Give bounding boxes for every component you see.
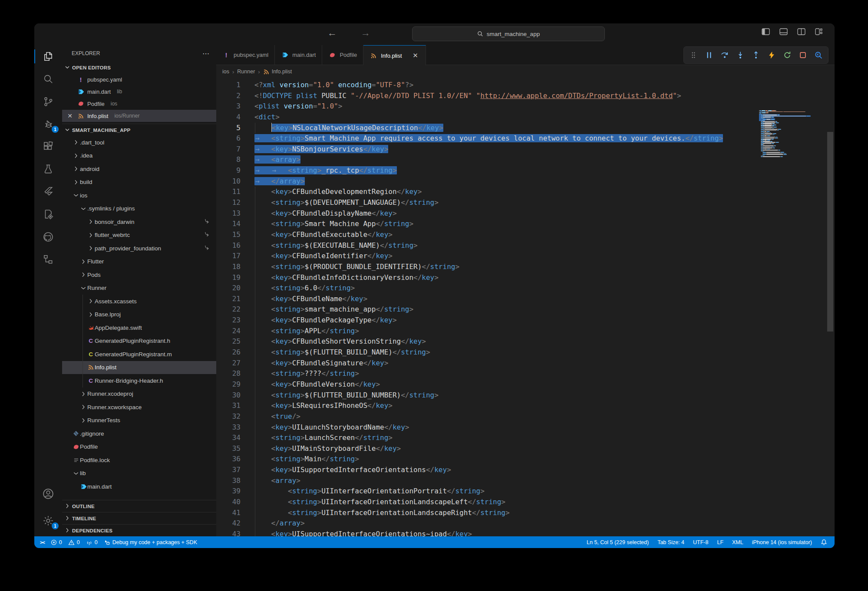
debug-inspect-widget-icon[interactable] bbox=[812, 49, 825, 62]
status-iphone[interactable]: iPhone 14 (ios simulator) bbox=[749, 539, 815, 545]
breadcrumb-item-Info.plist[interactable]: Info.plist bbox=[263, 69, 292, 75]
tree-item-Podfile[interactable]: Podfile bbox=[62, 440, 216, 454]
tree-item-.symlinksplugins[interactable]: .symlinks / plugins bbox=[62, 202, 216, 216]
toggle-panel-icon[interactable] bbox=[779, 28, 788, 35]
more-actions-icon[interactable]: ⋯ bbox=[202, 49, 209, 58]
command-center-search[interactable]: smart_machine_app bbox=[412, 26, 605, 41]
open-editor-pubspec.yaml[interactable]: !pubspec.yaml bbox=[62, 73, 216, 85]
activity-item-settings[interactable]: 1 bbox=[34, 509, 62, 532]
tab-Info.plist[interactable]: Info.plist✕ bbox=[363, 45, 426, 66]
tree-item-Flutter[interactable]: Flutter bbox=[62, 255, 216, 269]
chevron-right-icon bbox=[79, 258, 87, 266]
tree-item-AppDelegate.swift[interactable]: AppDelegate.swift bbox=[62, 321, 216, 335]
debug-stop-icon[interactable] bbox=[796, 49, 810, 62]
status-debug-status[interactable]: Debug my code + packages + SDK bbox=[101, 539, 200, 545]
chevron-right-icon bbox=[64, 502, 71, 510]
activity-item-references[interactable] bbox=[34, 248, 62, 271]
customize-layout-icon[interactable] bbox=[815, 28, 822, 35]
tab-Podfile[interactable]: Podfile bbox=[322, 45, 363, 65]
close-icon[interactable]: ✕ bbox=[412, 52, 419, 59]
tree-item-Pods[interactable]: Pods bbox=[62, 268, 216, 282]
tree-item-ios[interactable]: ios bbox=[62, 189, 216, 202]
activity-item-search[interactable] bbox=[34, 68, 62, 90]
chevron-right-icon bbox=[72, 138, 80, 146]
tree-item-Podfile.lock[interactable]: Podfile.lock bbox=[62, 453, 216, 467]
open-editor-Info.plist[interactable]: ✕Info.plistios/Runner bbox=[62, 110, 216, 122]
code-editor[interactable]: 1234567891011121314151617181920212223242… bbox=[216, 78, 835, 536]
tree-item-Runner.xcodeproj[interactable]: Runner.xcodeproj bbox=[62, 387, 216, 401]
minimap-line bbox=[759, 155, 824, 156]
tree-item-RunnerTests[interactable]: RunnerTests bbox=[62, 414, 216, 427]
activity-item-flutter[interactable] bbox=[34, 181, 62, 203]
debug-gripper-icon[interactable] bbox=[686, 49, 700, 62]
tree-item-Runner.xcworkspace[interactable]: Runner.xcworkspace bbox=[62, 401, 216, 414]
activity-item-accounts[interactable] bbox=[34, 483, 62, 505]
open-editor-main.dart[interactable]: main.dartlib bbox=[62, 85, 216, 98]
status-remote[interactable]: >< bbox=[37, 540, 48, 545]
status-tab[interactable]: Tab Size: 4 bbox=[654, 539, 687, 545]
activity-item-explorer[interactable] bbox=[34, 45, 62, 68]
back-arrow-icon[interactable]: ← bbox=[327, 27, 337, 39]
status-ln[interactable]: Ln 5, Col 5 (229 selected) bbox=[584, 539, 652, 545]
minimap[interactable] bbox=[759, 110, 824, 536]
activity-item-testing[interactable] bbox=[34, 158, 62, 181]
tree-item-lib[interactable]: lib bbox=[62, 467, 216, 480]
badge: 1 bbox=[52, 126, 59, 133]
scrollbar-slider[interactable] bbox=[827, 132, 833, 332]
debug-step-out-icon[interactable] bbox=[749, 49, 763, 62]
debug-step-over-icon[interactable] bbox=[718, 49, 732, 62]
tree-item-GeneratedPluginRegistrant.m[interactable]: CGeneratedPluginRegistrant.m bbox=[62, 348, 216, 361]
tree-item-bonsoir_darwin[interactable]: bonsoir_darwin bbox=[62, 215, 216, 229]
tree-item-Runner-Bridging-Header.h[interactable]: CRunner-Bridging-Header.h bbox=[62, 374, 216, 387]
project-root-header[interactable]: SMART_MACHINE_APP bbox=[62, 124, 216, 136]
breadcrumb-item-Runner[interactable]: Runner bbox=[237, 69, 255, 75]
tab-main.dart[interactable]: main.dart bbox=[275, 45, 322, 65]
activity-item-project-tools[interactable] bbox=[34, 203, 62, 226]
tree-item-Info.plist[interactable]: Info.plist bbox=[62, 361, 216, 374]
tree-item-.gitignore[interactable]: .gitignore bbox=[62, 427, 216, 440]
activity-item-run-and-debug[interactable]: 1 bbox=[34, 113, 62, 135]
code-line-37: <key>UISupportedInterfaceOrientations</k… bbox=[254, 465, 759, 476]
close-icon[interactable]: ✕ bbox=[66, 112, 74, 119]
activity-item-github[interactable] bbox=[34, 226, 62, 248]
debug-restart-icon[interactable] bbox=[780, 49, 794, 62]
minimap-line bbox=[759, 135, 824, 136]
section-outline[interactable]: OUTLINE bbox=[62, 500, 216, 512]
debug-step-into-icon[interactable] bbox=[733, 49, 747, 62]
section-timeline[interactable]: TIMELINE bbox=[62, 512, 216, 524]
tree-item-android[interactable]: android bbox=[62, 162, 216, 176]
tab-pubspec.yaml[interactable]: !pubspec.yaml bbox=[216, 45, 275, 65]
activity-item-extensions[interactable] bbox=[34, 135, 62, 158]
tree-item-path_provider_foundation[interactable]: path_provider_foundation bbox=[62, 242, 216, 255]
open-editors-header[interactable]: OPEN EDITORS bbox=[62, 62, 216, 73]
tree-item-Base.lproj[interactable]: Base.lproj bbox=[62, 308, 216, 322]
debug-hot-reload-icon[interactable] bbox=[765, 49, 779, 62]
tree-item-Runner[interactable]: Runner bbox=[62, 282, 216, 295]
chevron-down-icon bbox=[72, 470, 80, 477]
status-broadcast[interactable]: 0 bbox=[83, 539, 101, 545]
tree-item-flutter_webrtc[interactable]: flutter_webrtc bbox=[62, 229, 216, 242]
split-editor-icon[interactable] bbox=[797, 28, 805, 35]
tree-item-Assets.xcassets[interactable]: Assets.xcassets bbox=[62, 295, 216, 308]
status-error[interactable]: 0 bbox=[48, 539, 65, 545]
section-dependencies[interactable]: DEPENDENCIES bbox=[62, 524, 216, 536]
status-lf[interactable]: LF bbox=[714, 539, 726, 545]
breadcrumb: ios›Runner›Info.plist bbox=[216, 65, 835, 78]
tree-item-.idea[interactable]: .idea bbox=[62, 149, 216, 163]
status-xml[interactable]: XML bbox=[729, 539, 746, 545]
breadcrumb-item-ios[interactable]: ios bbox=[222, 69, 229, 75]
toggle-sidebar-icon[interactable] bbox=[762, 28, 770, 35]
activity-item-source-control[interactable] bbox=[34, 90, 62, 113]
status-utf8[interactable]: UTF-8 bbox=[690, 539, 711, 545]
tree-item-main.dart[interactable]: main.dart bbox=[62, 480, 216, 493]
tree-item-.dart_tool[interactable]: .dart_tool bbox=[62, 136, 216, 149]
status-bell[interactable] bbox=[818, 539, 830, 545]
editor-scrollbar[interactable] bbox=[827, 110, 833, 536]
tree-item-build[interactable]: build bbox=[62, 176, 216, 189]
open-editor-Podfile[interactable]: Podfileios bbox=[62, 98, 216, 110]
tree-item-GeneratedPluginRegistrant.h[interactable]: CGeneratedPluginRegistrant.h bbox=[62, 335, 216, 348]
status-warning[interactable]: 0 bbox=[65, 539, 83, 545]
forward-arrow-icon[interactable]: → bbox=[361, 27, 370, 39]
chevron-down-icon bbox=[79, 284, 87, 292]
debug-pause-icon[interactable] bbox=[702, 49, 716, 62]
